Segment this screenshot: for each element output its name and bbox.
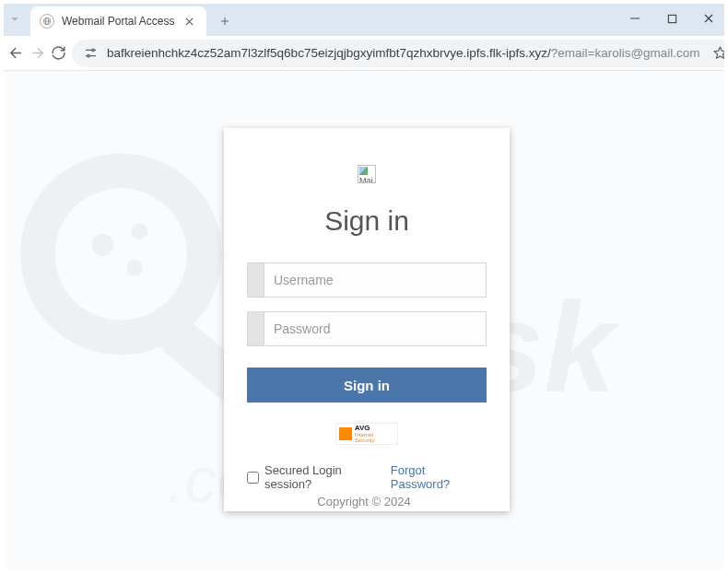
svg-point-6 — [87, 54, 89, 57]
chevron-down-icon — [9, 13, 20, 24]
maximize-button[interactable] — [653, 1, 690, 36]
star-icon — [712, 45, 728, 61]
url-query: ?email=karolis@gmail.com — [551, 46, 700, 60]
card-footer: Secured Login session? Forgot Password? — [247, 463, 487, 491]
signin-button[interactable]: Sign in — [247, 368, 487, 403]
browser-tab[interactable]: Webmail Portal Access — [30, 6, 206, 36]
reload-icon — [51, 45, 66, 61]
field-handle — [248, 312, 264, 345]
card-title: Sign in — [247, 205, 487, 237]
secured-session-toggle[interactable]: Secured Login session? — [247, 463, 391, 491]
password-field[interactable] — [247, 311, 487, 346]
avg-badge: AVG Internet Security — [335, 423, 398, 445]
tab-title: Webmail Portal Access — [62, 15, 175, 28]
page-viewport: risk .com Mai Sign in — [2, 71, 726, 570]
globe-icon — [40, 14, 54, 29]
svg-point-11 — [20, 154, 222, 356]
avg-text: AVG Internet Security — [355, 425, 394, 443]
svg-point-17 — [131, 223, 147, 239]
forward-button[interactable] — [29, 41, 45, 66]
svg-rect-4 — [668, 15, 675, 22]
broken-image-alt: Mai — [359, 176, 374, 183]
maximize-icon — [667, 14, 677, 24]
svg-point-15 — [55, 188, 187, 320]
reload-button[interactable] — [51, 41, 66, 66]
close-window-button[interactable] — [690, 1, 727, 36]
window-controls — [616, 1, 727, 36]
minimize-icon — [629, 13, 640, 24]
arrow-left-icon — [8, 45, 24, 61]
forgot-password-link[interactable]: Forgot Password? — [391, 463, 487, 491]
broken-image-icon: Mai — [358, 165, 376, 183]
url-main: bafkreienhchkz4cz52am7l3zlf5q6bc75eizjqj… — [107, 46, 551, 60]
secured-session-label: Secured Login session? — [264, 463, 391, 491]
new-tab-button[interactable] — [212, 8, 238, 34]
tab-search-dropdown[interactable] — [1, 1, 29, 36]
password-input[interactable] — [264, 312, 486, 345]
browser-toolbar: bafkreienhchkz4cz52am7l3zlf5q6bc75eizjqj… — [1, 36, 727, 71]
plus-icon — [219, 16, 230, 27]
browser-window: Webmail Portal Access — [0, 0, 728, 572]
url-text: bafkreienhchkz4cz52am7l3zlf5q6bc75eizjqj… — [107, 46, 700, 60]
login-card: Mai Sign in Sign in AVG Internet Securit… — [224, 128, 510, 511]
avg-logo-icon — [339, 427, 352, 440]
svg-point-16 — [92, 234, 114, 256]
copyright-text: Copyright © 2024 — [2, 495, 726, 508]
back-button[interactable] — [8, 41, 24, 66]
username-input[interactable] — [264, 263, 486, 297]
site-settings-button[interactable] — [81, 44, 100, 63]
tab-close-button[interactable] — [182, 14, 197, 29]
tune-icon — [84, 46, 98, 60]
bookmark-button[interactable] — [708, 41, 728, 66]
minimize-button[interactable] — [616, 1, 653, 36]
svg-point-5 — [91, 49, 94, 52]
svg-point-18 — [126, 260, 143, 276]
secured-session-checkbox[interactable] — [247, 472, 259, 484]
close-icon — [185, 18, 194, 26]
field-handle — [248, 263, 264, 297]
close-icon — [703, 13, 714, 24]
username-field[interactable] — [247, 263, 487, 298]
address-bar[interactable]: bafkreienhchkz4cz52am7l3zlf5q6bc75eizjqj… — [72, 40, 728, 67]
tab-strip: Webmail Portal Access — [1, 1, 727, 36]
arrow-right-icon — [29, 45, 45, 61]
